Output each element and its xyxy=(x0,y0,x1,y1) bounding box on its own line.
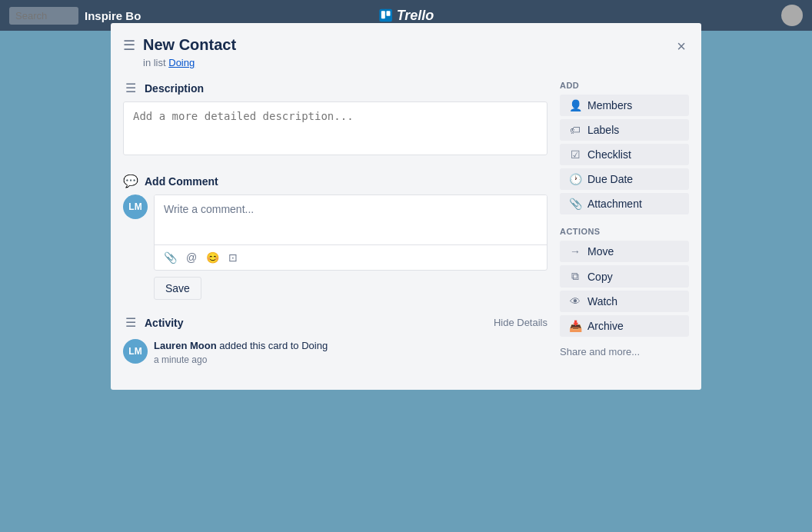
description-title: Description xyxy=(145,82,204,95)
comment-header: 💬 Add Comment xyxy=(123,174,547,188)
labels-label: Labels xyxy=(587,124,619,136)
modal-header: ☰ New Contact in list Doing × xyxy=(123,35,689,68)
activity-content: Lauren Moon added this card to Doing a m… xyxy=(154,339,328,365)
modal-subtitle: in list Doing xyxy=(143,57,236,68)
modal-main: ☰ Description 💬 Add Comment LM xyxy=(123,81,547,377)
comment-input[interactable] xyxy=(155,195,547,241)
activity-action: added this card to Doing xyxy=(219,340,328,351)
activity-icon: ☰ xyxy=(123,315,138,330)
labels-icon: 🏷 xyxy=(569,124,581,136)
comment-input-row: LM 📎 @ 😊 ⊡ Save xyxy=(123,195,547,300)
labels-button[interactable]: 🏷 Labels xyxy=(560,119,689,141)
members-icon: 👤 xyxy=(569,99,581,111)
archive-label: Archive xyxy=(587,320,624,332)
checklist-icon: ☑ xyxy=(569,148,581,161)
list-name-link[interactable]: Doing xyxy=(168,57,195,68)
checklist-label: Checklist xyxy=(587,148,631,161)
attach-icon-btn[interactable]: 📎 xyxy=(162,250,178,265)
activity-section-header: ☰ Activity xyxy=(123,315,184,330)
attachment-icon: 📎 xyxy=(569,198,581,210)
current-user-avatar: LM xyxy=(123,195,148,219)
watch-icon: 👁 xyxy=(569,295,581,308)
activity-user-name: Lauren Moon xyxy=(154,340,217,351)
description-input[interactable] xyxy=(123,101,547,155)
card-modal: ☰ New Contact in list Doing × ☰ Descript… xyxy=(111,23,701,390)
due-date-icon: 🕐 xyxy=(569,173,581,185)
move-label: Move xyxy=(587,245,614,258)
attachment-button[interactable]: 📎 Attachment xyxy=(560,193,689,214)
comment-box: 📎 @ 😊 ⊡ xyxy=(154,195,547,271)
close-button[interactable]: × xyxy=(674,35,689,57)
add-section: ADD 👤 Members 🏷 Labels ☑ Checklist xyxy=(560,81,689,214)
comment-title: Add Comment xyxy=(145,175,218,188)
archive-icon: 📥 xyxy=(569,320,581,332)
modal-body: ☰ Description 💬 Add Comment LM xyxy=(123,81,689,377)
activity-text: Lauren Moon added this card to Doing xyxy=(154,339,328,353)
modal-title-area: New Contact in list Doing xyxy=(143,35,236,68)
due-date-button[interactable]: 🕐 Due Date xyxy=(560,168,689,190)
activity-header: ☰ Activity Hide Details xyxy=(123,315,547,330)
save-comment-button[interactable]: Save xyxy=(154,277,201,300)
comment-section: 💬 Add Comment LM 📎 @ 😊 xyxy=(123,174,547,300)
description-icon: ☰ xyxy=(123,81,138,95)
comment-toolbar: 📎 @ 😊 ⊡ xyxy=(155,244,547,270)
activity-user-avatar: LM xyxy=(123,339,148,364)
card-icon: ☰ xyxy=(123,37,135,54)
hide-details-button[interactable]: Hide Details xyxy=(494,317,547,328)
comment-icon: 💬 xyxy=(123,174,138,188)
comment-box-wrapper: 📎 @ 😊 ⊡ Save xyxy=(154,195,547,300)
move-button[interactable]: → Move xyxy=(560,241,689,262)
activity-section: ☰ Activity Hide Details LM Lauren Moon a… xyxy=(123,315,547,365)
format-icon-btn[interactable]: ⊡ xyxy=(227,250,239,265)
activity-time: a minute ago xyxy=(154,354,328,365)
due-date-label: Due Date xyxy=(587,173,633,185)
archive-button[interactable]: 📥 Archive xyxy=(560,315,689,337)
modal-title: New Contact xyxy=(143,35,236,54)
members-button[interactable]: 👤 Members xyxy=(560,95,689,116)
modal-backdrop: ☰ New Contact in list Doing × ☰ Descript… xyxy=(0,0,812,532)
mention-icon-btn[interactable]: @ xyxy=(185,250,198,265)
copy-button[interactable]: ⧉ Copy xyxy=(560,265,689,288)
activity-item: LM Lauren Moon added this card to Doing … xyxy=(123,339,547,365)
checklist-button[interactable]: ☑ Checklist xyxy=(560,144,689,165)
copy-label: Copy xyxy=(587,271,613,283)
actions-section: ACTIONS → Move ⧉ Copy 👁 Watch 📥 xyxy=(560,227,689,337)
watch-button[interactable]: 👁 Watch xyxy=(560,291,689,312)
attachment-label: Attachment xyxy=(587,198,642,210)
copy-icon: ⧉ xyxy=(569,270,581,283)
watch-label: Watch xyxy=(587,295,617,308)
members-label: Members xyxy=(587,99,632,111)
actions-section-label: ACTIONS xyxy=(560,227,689,236)
share-more-link[interactable]: Share and more... xyxy=(560,346,689,357)
move-icon: → xyxy=(569,245,581,258)
description-header: ☰ Description xyxy=(123,81,547,95)
modal-sidebar: ADD 👤 Members 🏷 Labels ☑ Checklist xyxy=(560,81,689,377)
activity-title: Activity xyxy=(145,317,184,329)
emoji-icon-btn[interactable]: 😊 xyxy=(205,250,221,265)
add-section-label: ADD xyxy=(560,81,689,90)
description-section: ☰ Description xyxy=(123,81,547,158)
